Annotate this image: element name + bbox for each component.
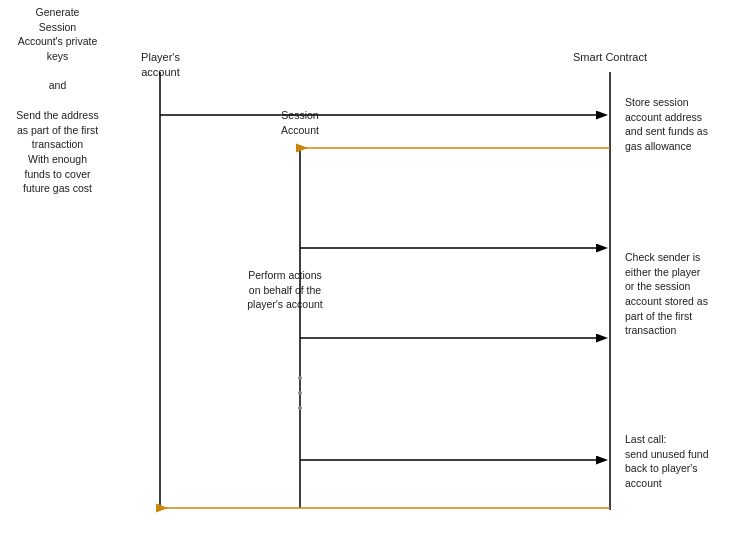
- svg-point-9: [298, 406, 302, 410]
- svg-point-8: [298, 391, 302, 395]
- diagram-svg: [0, 0, 741, 549]
- svg-point-7: [298, 376, 302, 380]
- diagram-container: Player's account Smart Contract Generate…: [0, 0, 741, 549]
